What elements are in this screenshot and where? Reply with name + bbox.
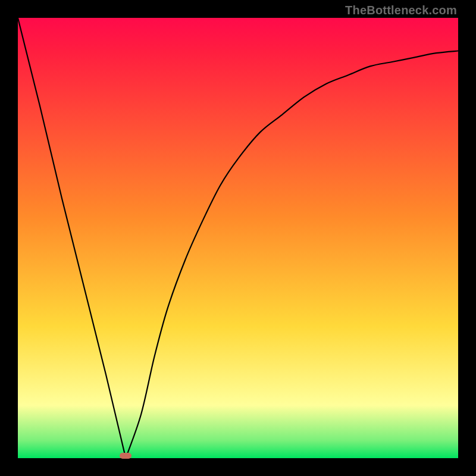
bottleneck-curve <box>18 18 458 458</box>
chart-frame: TheBottleneck.com <box>0 0 476 476</box>
watermark-text: TheBottleneck.com <box>345 4 457 17</box>
plot-area <box>18 18 458 458</box>
curve-svg <box>18 18 458 458</box>
optimum-marker <box>120 453 131 459</box>
